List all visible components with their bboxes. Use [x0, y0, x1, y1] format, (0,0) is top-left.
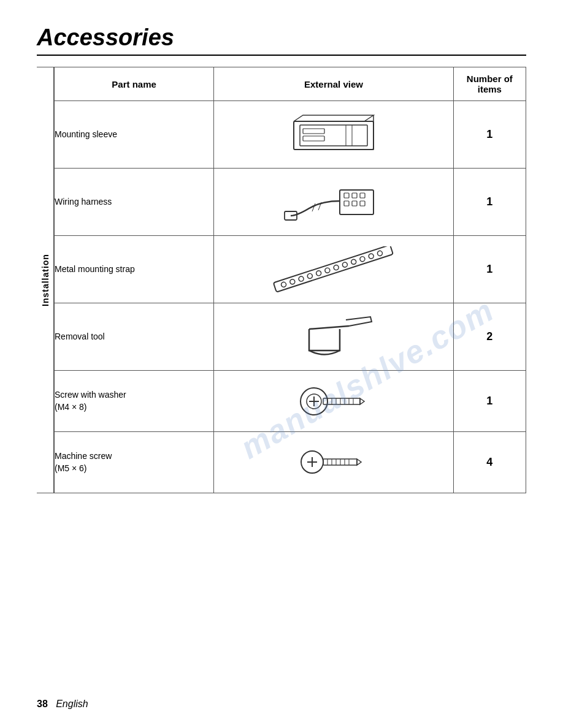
table-row: Machine screw(M5 × 6)	[55, 432, 526, 493]
svg-point-21	[307, 273, 313, 279]
svg-rect-2	[303, 129, 324, 134]
svg-rect-3	[303, 136, 324, 141]
svg-rect-36	[323, 398, 360, 404]
header-part-name: Part name	[55, 67, 214, 101]
quantity-machine-screw: 4	[453, 432, 526, 493]
svg-rect-9	[352, 193, 357, 198]
quantity-removal-tool: 2	[453, 303, 526, 371]
svg-point-18	[280, 281, 286, 287]
svg-line-15	[312, 203, 315, 211]
svg-line-30	[309, 326, 349, 329]
part-name-screw-washer: Screw with washer(M4 × 8)	[55, 371, 214, 432]
svg-rect-11	[344, 201, 349, 206]
table-row: Screw with washer(M4 × 8)	[55, 371, 526, 432]
table-row: Mounting sleeve	[55, 101, 526, 169]
svg-rect-17	[274, 246, 393, 292]
part-name-removal-tool: Removal tool	[55, 303, 214, 371]
illustration-wiring-harness	[214, 169, 453, 236]
svg-rect-12	[352, 201, 357, 206]
header-number-of-items: Number of items	[453, 67, 526, 101]
svg-rect-10	[360, 193, 365, 198]
part-name-wiring-harness: Wiring harness	[55, 169, 214, 236]
table-row: Removal tool	[55, 303, 526, 371]
table-wrapper: Installation Part name External view Num…	[37, 67, 526, 493]
part-name-mounting-sleeve: Mounting sleeve	[55, 101, 214, 169]
svg-rect-8	[344, 193, 349, 198]
svg-point-27	[359, 256, 366, 262]
sidebar-installation-label: Installation	[37, 67, 54, 493]
illustration-removal-tool	[214, 303, 453, 371]
svg-rect-1	[300, 125, 367, 146]
svg-point-23	[324, 267, 331, 273]
svg-point-25	[342, 262, 348, 268]
svg-point-20	[298, 276, 304, 282]
footer-page-number: 38	[37, 699, 48, 709]
quantity-metal-mounting-strap: 1	[453, 236, 526, 303]
header-external-view: External view	[214, 67, 453, 101]
svg-point-22	[316, 270, 322, 276]
svg-point-26	[351, 259, 357, 265]
svg-point-24	[333, 265, 339, 271]
part-name-machine-screw: Machine screw(M5 × 6)	[55, 432, 214, 493]
svg-point-19	[289, 279, 296, 285]
svg-rect-13	[360, 201, 365, 206]
illustration-screw-washer	[214, 371, 453, 432]
accessories-table: Part name External view Number of items …	[54, 67, 526, 493]
svg-point-29	[377, 250, 383, 256]
illustration-machine-screw	[214, 432, 453, 493]
page-footer: 38 English	[37, 699, 88, 710]
part-name-metal-mounting-strap: Metal mounting strap	[55, 236, 214, 303]
page-title: Accessories	[37, 25, 526, 51]
page: Accessories Installation Part name Exter…	[0, 0, 563, 728]
quantity-wiring-harness: 1	[453, 169, 526, 236]
illustration-mounting-sleeve	[214, 101, 453, 169]
table-row: Metal mounting strap	[55, 236, 526, 303]
table-header-row: Part name External view Number of items	[55, 67, 526, 101]
svg-point-28	[368, 253, 374, 259]
illustration-metal-mounting-strap	[214, 236, 453, 303]
title-divider	[37, 55, 526, 56]
table-row: Wiring harness	[55, 169, 526, 236]
quantity-screw-washer: 1	[453, 371, 526, 432]
quantity-mounting-sleeve: 1	[453, 101, 526, 169]
footer-language: English	[56, 699, 88, 709]
footer-spacer	[50, 699, 53, 709]
svg-rect-0	[294, 121, 373, 150]
